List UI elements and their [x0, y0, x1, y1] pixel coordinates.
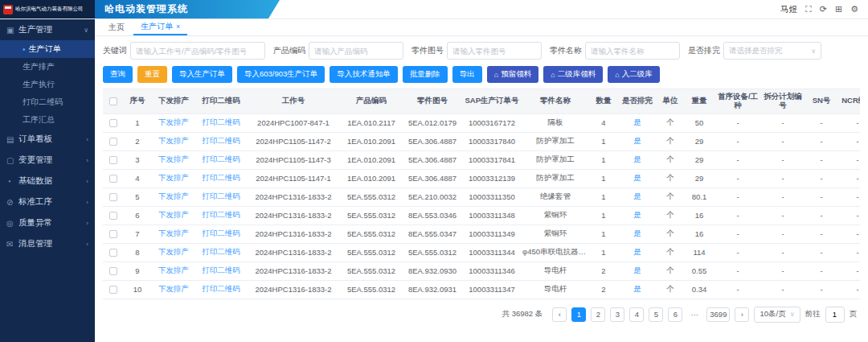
issue-scheduling-link[interactable]: 下发排产	[151, 169, 196, 187]
order-board-icon: ▤	[6, 135, 18, 144]
col-first-device: -	[715, 132, 760, 150]
page-button-6[interactable]: 6	[668, 307, 682, 322]
secondary-store-picking-button[interactable]: ⌂二级库领料	[543, 66, 603, 83]
close-icon[interactable]: ×	[176, 23, 180, 31]
sidebar-group-5[interactable]: ◎质量异常›	[0, 212, 95, 233]
issue-scheduling-link[interactable]: 下发排产	[151, 225, 196, 243]
print-qr-link[interactable]: 打印二维码	[196, 187, 246, 206]
page-button-5[interactable]: 5	[649, 307, 663, 322]
grid-icon[interactable]: ⊞	[835, 5, 842, 14]
table-scroll-area[interactable]: 序号下发排产打印二维码工作号产品编码零件图号SAP生产订单号零件名称数量是否排完…	[103, 89, 860, 299]
page-button-3699[interactable]: 3699	[706, 307, 730, 322]
print-qr-link[interactable]: 打印二维码	[196, 132, 246, 150]
print-qr-link[interactable]: 打印二维码	[196, 206, 246, 225]
sidebar-item-0-0[interactable]: 生产订单	[0, 40, 95, 58]
page-button-4[interactable]: 4	[629, 307, 644, 322]
col-work-no: 2024HPC1316-1833-2	[246, 206, 341, 225]
tab-home[interactable]: 主页	[101, 19, 132, 35]
issue-scheduling-link[interactable]: 下发排产	[151, 243, 196, 262]
issue-scheduling-link[interactable]: 下发排产	[151, 113, 196, 132]
col-first-device-header: 首序设备/工种	[715, 89, 760, 113]
sidebar-group-0[interactable]: ▣生产管理∨	[0, 19, 95, 40]
col-qty: 1	[590, 132, 617, 150]
col-part-name: φ450串联电抗器装配	[521, 243, 590, 262]
export-button[interactable]: 导出	[452, 66, 482, 83]
col-seq: 6	[124, 206, 151, 225]
page-button-3[interactable]: 3	[610, 307, 624, 322]
settings-icon[interactable]: ⚙	[850, 5, 858, 14]
issue-scheduling-link[interactable]: 下发排产	[151, 280, 196, 299]
tab-bar: 主页 生产订单 ×	[95, 19, 868, 36]
import-tech-notice-button[interactable]: 导入技术通知单	[330, 66, 398, 83]
reserved-picking-button[interactable]: ⌂预留领料	[487, 66, 538, 83]
row-checkbox[interactable]	[109, 267, 117, 275]
col-weight: 16	[683, 206, 715, 225]
row-checkbox[interactable]	[109, 156, 117, 164]
print-qr-link[interactable]: 打印二维码	[196, 113, 246, 132]
issue-scheduling-link[interactable]: 下发排产	[151, 187, 196, 206]
import-production-order-button[interactable]: 导入生产订单	[172, 66, 232, 83]
import-603-903-order-button[interactable]: 导入603/903生产订单	[237, 66, 325, 83]
row-checkbox[interactable]	[109, 119, 117, 127]
col-ncr-no: -	[837, 169, 860, 187]
row-checkbox[interactable]	[109, 286, 117, 294]
page-size-select[interactable]: 10条/页∨	[754, 307, 800, 323]
col-product-code: 5EA.555.0312	[341, 280, 402, 299]
filter-input-2[interactable]	[447, 42, 542, 60]
sidebar-item-0-4[interactable]: 工序汇总	[0, 111, 95, 129]
search-button[interactable]: 查询	[103, 66, 133, 83]
issue-scheduling-link[interactable]: 下发排产	[151, 150, 196, 169]
filter-input-0[interactable]	[130, 42, 265, 60]
filter-select-scheduled[interactable]: 请选择是否排完∨	[723, 42, 821, 60]
print-qr-link[interactable]: 打印二维码	[196, 280, 246, 299]
row-checkbox[interactable]	[109, 193, 117, 201]
col-first-device: -	[715, 206, 760, 225]
filter-label: 是否排完	[688, 45, 720, 56]
filter-input-3[interactable]	[585, 42, 680, 60]
into-secondary-store-button[interactable]: ⌂入二级库	[608, 66, 659, 83]
next-page-button[interactable]: ›	[735, 307, 749, 322]
row-checkbox[interactable]	[109, 249, 117, 257]
sidebar-item-0-1[interactable]: 生产排产	[0, 58, 95, 76]
issue-scheduling-link[interactable]: 下发排产	[151, 262, 196, 280]
batch-delete-button[interactable]: 批量删除	[403, 66, 448, 83]
sidebar-group-3[interactable]: ◔基础数据›	[0, 171, 95, 192]
issue-scheduling-link[interactable]: 下发排产	[151, 132, 196, 150]
col-sn-no: -	[805, 206, 837, 225]
row-checkbox[interactable]	[109, 138, 117, 146]
reset-button[interactable]: 重置	[137, 66, 167, 83]
row-checkbox[interactable]	[109, 230, 117, 238]
filter-input-1[interactable]	[309, 42, 403, 60]
topbar-icons: ⛶⟳⊞⚙	[805, 5, 858, 14]
row-checkbox[interactable]	[109, 212, 117, 220]
col-ncr-no: -	[837, 150, 860, 169]
sidebar-group-4[interactable]: ⊘标准工序›	[0, 192, 95, 212]
col-sap-order-no: 10003311344	[463, 243, 521, 262]
page-button-1[interactable]: 1	[571, 307, 586, 322]
sidebar-item-0-3[interactable]: 打印二维码	[0, 93, 95, 111]
print-qr-link[interactable]: 打印二维码	[196, 150, 246, 169]
table-row: 7下发排产打印二维码2024HPC1316-1833-25EA.555.0312…	[103, 225, 860, 243]
print-qr-link[interactable]: 打印二维码	[196, 169, 246, 187]
sidebar-group-1[interactable]: ▤订单看板›	[0, 129, 95, 150]
home-icon: ⌂	[494, 71, 498, 79]
print-qr-link[interactable]: 打印二维码	[196, 243, 246, 262]
issue-scheduling-link[interactable]: 下发排产	[151, 206, 196, 225]
col-qty: 1	[590, 225, 617, 243]
row-checkbox[interactable]	[109, 175, 117, 183]
sidebar-group-2[interactable]: ▢变更管理›	[0, 150, 95, 171]
prev-page-button[interactable]: ‹	[552, 307, 567, 322]
row-select-cell	[103, 262, 124, 280]
select-all-checkbox[interactable]	[109, 97, 117, 105]
page-button-2[interactable]: 2	[591, 307, 605, 322]
print-qr-link[interactable]: 打印二维码	[196, 225, 246, 243]
username[interactable]: 马煜	[780, 4, 797, 15]
refresh-icon[interactable]: ⟳	[820, 5, 827, 14]
print-qr-link-header: 打印二维码	[196, 89, 246, 113]
sidebar-group-6[interactable]: ✉消息管理›	[0, 233, 95, 254]
goto-page-input[interactable]	[825, 307, 845, 323]
sidebar-item-0-2[interactable]: 生产执行	[0, 76, 95, 93]
tab-production-order[interactable]: 生产订单 ×	[133, 19, 187, 35]
fullscreen-icon[interactable]: ⛶	[805, 5, 812, 14]
print-qr-link[interactable]: 打印二维码	[196, 262, 246, 280]
